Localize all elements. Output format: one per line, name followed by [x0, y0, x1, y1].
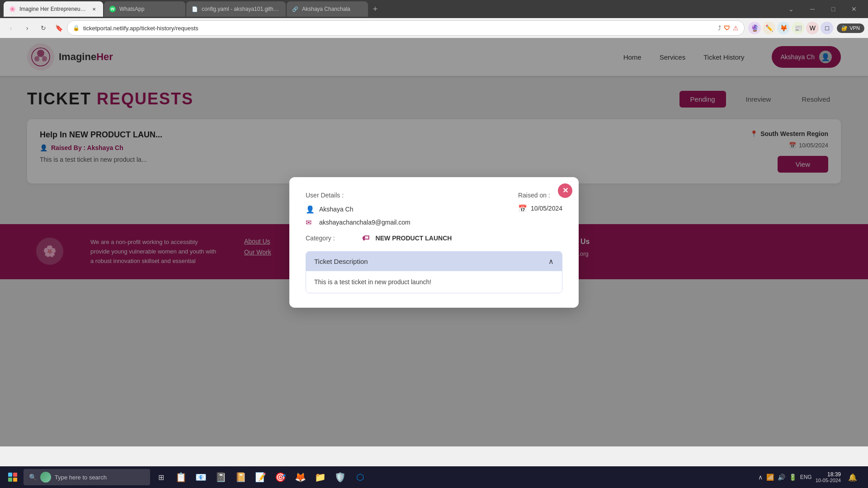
bookmark-button[interactable]: 🔖 — [52, 22, 65, 34]
system-tray: ∧ 📶 🔊 🔋 ENG 18:39 10-05-2024 🔔 — [755, 469, 864, 485]
modal-user-info: 👤 Akshaya Ch ✉ akshayachanchala9@gmail.c… — [306, 205, 500, 227]
extensions-area: 🔮 ✏️ 🦊 📰 W □ — [746, 22, 835, 34]
raised-on-label: Raised on : — [518, 192, 562, 199]
tab-controls: ⌄ — [785, 3, 797, 15]
tray-chevron[interactable]: ∧ — [758, 474, 763, 481]
modal-email-row: ✉ akshayachanchala9@gmail.com — [306, 218, 500, 227]
taskbar-app-6[interactable]: 🎯 — [271, 468, 289, 486]
modal-category-value: NEW PRODUCT LAUNCH — [376, 235, 452, 242]
taskbar-app-firefox[interactable]: 🦊 — [291, 468, 309, 486]
vpn-label: VPN — [849, 25, 860, 31]
tab-imagine-her[interactable]: 🌸 Imagine Her Entrepreneur Supp ✕ — [4, 1, 103, 17]
category-left: Category : — [306, 234, 335, 242]
category-label: Category : — [306, 235, 335, 242]
tab-whatsapp[interactable]: W WhatsApp — [104, 1, 185, 17]
back-button[interactable]: ‹ — [4, 21, 18, 35]
tray-battery-icon[interactable]: 🔋 — [789, 474, 797, 481]
email-icon: ✉ — [306, 218, 315, 227]
browser-chrome: 🌸 Imagine Her Entrepreneur Supp ✕ W What… — [0, 0, 868, 38]
taskbar-app-shield[interactable]: 🛡️ — [331, 468, 349, 486]
address-bar[interactable]: 🔒 ticketportal.netlify.app/ticket-histor… — [67, 20, 745, 36]
tab-config[interactable]: 📄 config.yaml - akshaya101.github.io... — [186, 1, 286, 17]
tab-close-1[interactable]: ✕ — [90, 5, 98, 13]
modal-category-section: Category : 🏷 NEW PRODUCT LAUNCH — [306, 234, 562, 242]
new-tab-button[interactable]: + — [369, 3, 382, 15]
close-window-button[interactable]: ✕ — [844, 0, 864, 18]
notification-button[interactable]: 🔔 — [844, 469, 861, 485]
modal-top-row: User Details : 👤 Akshaya Ch ✉ akshayacha… — [306, 192, 562, 227]
tab-bar: 🌸 Imagine Her Entrepreneur Supp ✕ W What… — [0, 0, 868, 18]
lock-icon: 🔒 — [73, 25, 80, 31]
modal-raised-date: 📅 10/05/2024 — [518, 204, 562, 213]
taskbar-app-5[interactable]: 📝 — [251, 468, 269, 486]
modal-category-row: 🏷 NEW PRODUCT LAUNCH — [362, 234, 452, 242]
clock-time: 18:39 — [816, 471, 841, 478]
taskbar-clock[interactable]: 18:39 10-05-2024 — [816, 471, 841, 483]
windows-icon — [8, 473, 17, 482]
search-icon: 🔍 — [29, 474, 37, 481]
address-actions: ⤴ 🛡 ⚠ — [718, 24, 739, 32]
minimize-button[interactable]: ─ — [802, 0, 823, 18]
modal-dialog: ✕ User Details : 👤 Akshaya Ch ✉ akshayac… — [289, 177, 579, 308]
tray-lang[interactable]: ENG — [800, 474, 812, 480]
modal-name-row: 👤 Akshaya Ch — [306, 205, 500, 214]
share-icon[interactable]: ⤴ — [718, 24, 721, 32]
ticket-description-body: This is a test ticket in new product lau… — [306, 271, 562, 293]
ext-icon-5[interactable]: W — [806, 22, 819, 34]
modal-user-section: User Details : 👤 Akshaya Ch ✉ akshayacha… — [306, 192, 500, 227]
modal-category-row-wrapper: Category : 🏷 NEW PRODUCT LAUNCH — [306, 234, 562, 242]
tab-akshaya[interactable]: 🔗 Akshaya Chanchala — [287, 1, 368, 17]
ext-icon-3[interactable]: 🦊 — [777, 22, 790, 34]
nav-bar: ‹ › ↻ 🔖 🔒 ticketportal.netlify.app/ticke… — [0, 18, 868, 38]
modal-raised-section: Raised on : 📅 10/05/2024 — [518, 192, 562, 227]
brave-shield-icon[interactable]: 🛡 — [724, 24, 730, 32]
cortana-icon — [40, 472, 51, 483]
vpn-button[interactable]: 🔐 VPN — [837, 23, 864, 33]
modal-user-email: akshayachanchala9@gmail.com — [319, 219, 410, 226]
taskbar-app-2[interactable]: 📧 — [192, 468, 210, 486]
ext-icon-1[interactable]: 🔮 — [748, 22, 761, 34]
taskbar-app-4[interactable]: 📔 — [231, 468, 250, 486]
window-controls: ─ □ ✕ — [802, 0, 864, 18]
calendar-modal-icon: 📅 — [518, 204, 527, 213]
warning-icon[interactable]: ⚠ — [733, 24, 739, 32]
page-content: IH ImagineHer Home Services Ticket Histo… — [0, 38, 868, 446]
maximize-button[interactable]: □ — [823, 0, 844, 18]
modal-user-name: Akshaya Ch — [319, 206, 353, 213]
taskbar-app-3[interactable]: 📓 — [212, 468, 230, 486]
ticket-description-section: Ticket Description ∧ This is a test tick… — [306, 251, 562, 293]
modal-raised-date-value: 10/05/2024 — [531, 205, 562, 212]
ticket-description-label: Ticket Description — [314, 258, 368, 265]
ext-icon-6[interactable]: □ — [821, 22, 833, 34]
chevron-up-icon: ∧ — [548, 257, 554, 266]
modal-overlay: ✕ User Details : 👤 Akshaya Ch ✉ akshayac… — [0, 38, 868, 446]
ticket-description-text: This is a test ticket in new product lau… — [314, 278, 431, 286]
taskbar-app-file-explorer[interactable]: 📋 — [172, 468, 190, 486]
task-view-button[interactable]: ⊞ — [152, 468, 170, 486]
vpn-icon: 🔐 — [841, 25, 848, 31]
taskbar-search[interactable]: 🔍 Type here to search — [24, 469, 150, 485]
search-placeholder-text: Type here to search — [55, 474, 145, 481]
forward-button[interactable]: › — [20, 21, 34, 35]
whatsapp-favicon: W — [109, 6, 116, 12]
tray-network-icon[interactable]: 📶 — [766, 474, 774, 481]
taskbar: 🔍 Type here to search ⊞ 📋 📧 📓 📔 📝 🎯 🦊 📁 … — [0, 466, 868, 488]
ext-icon-4[interactable]: 📰 — [792, 22, 804, 34]
taskbar-app-folder[interactable]: 📁 — [311, 468, 329, 486]
ext-icon-2[interactable]: ✏️ — [763, 22, 775, 34]
tab-list-button[interactable]: ⌄ — [785, 3, 797, 15]
category-icon: 🏷 — [362, 234, 371, 242]
clock-date: 10-05-2024 — [816, 478, 841, 483]
user-details-label: User Details : — [306, 192, 500, 199]
ticket-description-header[interactable]: Ticket Description ∧ — [306, 252, 562, 271]
start-button[interactable] — [4, 468, 22, 486]
reload-button[interactable]: ↻ — [36, 21, 51, 35]
modal-close-button[interactable]: ✕ — [558, 183, 572, 198]
tray-volume-icon[interactable]: 🔊 — [778, 474, 785, 481]
taskbar-app-vscode[interactable]: ⬡ — [351, 468, 369, 486]
user-icon: 👤 — [306, 205, 315, 214]
